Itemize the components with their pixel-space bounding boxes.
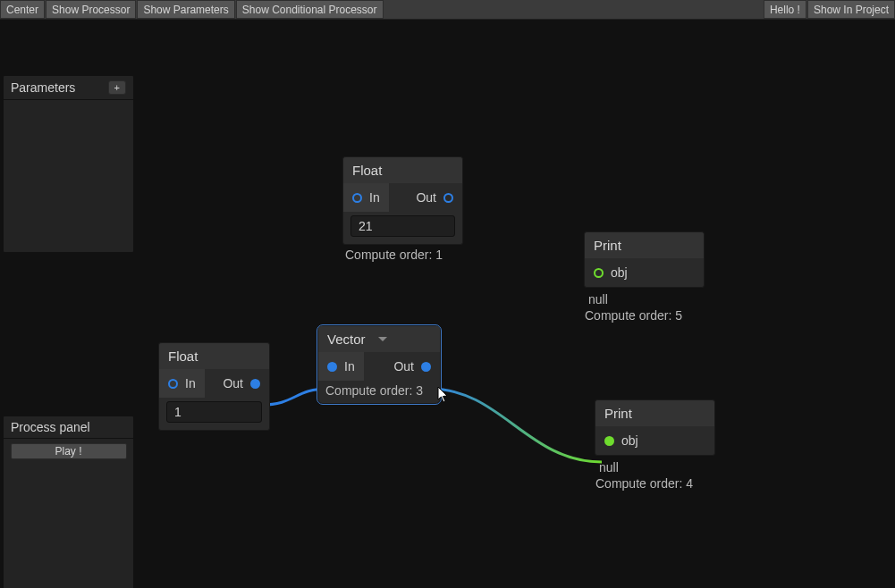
node-vector-in-port[interactable] [327,362,337,372]
node-float-1-in-port[interactable] [352,193,362,203]
node-float-1-in-port-cell: In [343,183,389,212]
node-vector-out-port[interactable] [421,362,431,372]
node-print-2[interactable]: Print obj null Compute order: 4 [595,399,715,456]
node-float-2-out-port-cell: Out [214,369,269,398]
node-vector[interactable]: Vector In Out Compute order: 3 [317,325,441,404]
node-float-1-out-label: Out [416,190,436,205]
parameters-panel-body [4,100,133,252]
node-float-2-in-port-cell: In [159,369,205,398]
node-float-1-value-input[interactable] [350,215,455,237]
node-vector-title[interactable]: Vector [318,326,440,352]
node-print-2-title[interactable]: Print [595,400,714,426]
parameters-add-button[interactable]: + [108,80,126,95]
chevron-down-icon[interactable] [378,337,387,341]
node-vector-out-label: Out [393,359,414,374]
node-print-1[interactable]: Print obj null Compute order: 5 [584,231,705,288]
node-print-2-footer: Compute order: 4 [595,476,693,491]
toolbar-btn-show-parameters[interactable]: Show Parameters [137,0,234,19]
node-print-2-obj-port-cell: obj [595,426,647,455]
node-float-2-title[interactable]: Float [159,343,269,369]
toolbar-btn-hello[interactable]: Hello ! [764,0,806,19]
process-panel-header: Process panel [4,416,133,439]
node-print-1-obj-port[interactable] [594,268,604,278]
parameters-panel-title: Parameters [11,80,75,95]
node-vector-out-port-cell: Out [384,352,440,381]
toolbar-btn-show-in-project[interactable]: Show In Project [807,0,895,19]
node-float-1-in-label: In [369,190,380,205]
node-vector-in-label: In [344,359,355,374]
node-print-1-obj-port-cell: obj [585,258,637,287]
node-vector-footer: Compute order: 3 [318,381,440,403]
node-float-1-footer: Compute order: 1 [345,248,443,262]
node-print-2-obj-label: obj [621,433,638,448]
toolbar-btn-center[interactable]: Center [0,0,45,19]
node-print-1-footer: Compute order: 5 [585,308,682,323]
toolbar: Center Show Processor Show Parameters Sh… [0,0,895,20]
node-float-2-out-label: Out [223,376,243,391]
play-button[interactable]: Play ! [11,443,127,459]
parameters-panel-header: Parameters + [4,76,133,100]
toolbar-btn-show-processor[interactable]: Show Processor [46,0,136,19]
node-vector-in-port-cell: In [318,352,364,381]
node-print-2-obj-port[interactable] [604,436,614,446]
node-print-1-obj-label: obj [611,265,628,280]
graph-edges [0,20,895,588]
process-panel: Process panel Play ! [3,416,134,588]
process-panel-title: Process panel [11,420,90,434]
node-print-1-title[interactable]: Print [585,232,704,258]
node-float-1-out-port[interactable] [443,193,453,203]
node-float-1-title[interactable]: Float [343,157,462,183]
node-float-2-value-input[interactable] [166,401,262,423]
node-vector-title-label: Vector [327,332,366,347]
node-float-2-in-port[interactable] [168,379,178,389]
node-float-1[interactable]: Float In Out Compute order: 1 [342,156,463,245]
toolbar-btn-show-conditional-processor[interactable]: Show Conditional Processor [236,0,384,19]
node-float-2-out-port[interactable] [250,379,260,389]
parameters-panel: Parameters + [3,75,134,253]
node-float-2[interactable]: Float In Out [158,342,270,431]
process-panel-body [4,464,133,588]
node-float-2-in-label: In [185,376,196,391]
node-print-2-null: null [599,460,693,475]
node-print-1-null: null [588,292,682,307]
graph-canvas[interactable]: Parameters + Process panel Play ! Float … [0,20,895,588]
node-float-1-out-port-cell: Out [407,183,462,212]
